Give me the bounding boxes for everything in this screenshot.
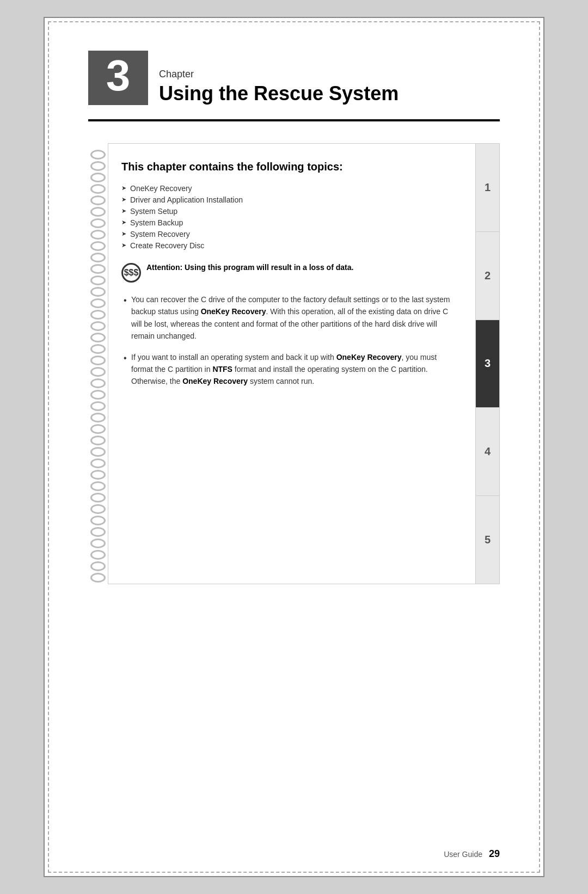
spiral-coil (90, 561, 106, 571)
topic-item: System Setup (121, 207, 460, 216)
spiral-coil (90, 287, 106, 297)
spiral-coil (90, 275, 106, 285)
spiral-coil (90, 573, 106, 583)
spiral-coil (90, 367, 106, 377)
spiral-coil (90, 253, 106, 262)
spiral-coil (90, 207, 106, 217)
footer: User Guide 29 (444, 848, 500, 860)
topics-list: OneKey RecoveryDriver and Application In… (121, 184, 460, 250)
chapter-title: Using the Rescue System (159, 82, 399, 105)
spiral-coil (90, 321, 106, 331)
content-wrapper: This chapter contains the following topi… (88, 143, 500, 584)
chapter-header: 3 Chapter Using the Rescue System (88, 51, 500, 111)
page: 3 Chapter Using the Rescue System This c… (44, 17, 544, 877)
spiral-coil (90, 344, 106, 354)
body-paragraph: If you want to install an operating syst… (121, 351, 460, 388)
tab-item-1[interactable]: 1 (476, 144, 499, 232)
spiral-coil (90, 527, 106, 537)
intro-heading: This chapter contains the following topi… (121, 159, 460, 174)
spiral-coil (90, 150, 106, 160)
spiral-coil (90, 516, 106, 525)
chapter-title-area: Chapter Using the Rescue System (148, 69, 399, 105)
topic-item: System Recovery (121, 230, 460, 238)
spiral-coil (90, 538, 106, 548)
spiral-coil (90, 401, 106, 411)
warning-bold: Attention: Using this program will resul… (146, 263, 353, 272)
spiral-coil (90, 390, 106, 400)
spiral-coil (90, 550, 106, 560)
spiral-coil (90, 218, 106, 228)
spiral-coil (90, 447, 106, 457)
tab-item-4[interactable]: 4 (476, 408, 499, 496)
warning-box: $$$ Attention: Using this program will r… (121, 262, 460, 283)
spiral-coil (90, 264, 106, 274)
spiral-coil (90, 481, 106, 491)
spiral-coil (90, 241, 106, 251)
spiral-coil (90, 356, 106, 365)
warning-icon: $$$ (121, 263, 141, 283)
tab-item-2[interactable]: 2 (476, 232, 499, 320)
footer-text: User Guide 29 (444, 848, 500, 860)
spiral-coil (90, 436, 106, 445)
topic-item: OneKey Recovery (121, 184, 460, 193)
spiral-coil (90, 378, 106, 388)
spiral-coil (90, 161, 106, 171)
spiral-coil (90, 184, 106, 194)
right-tabs: 12345 (476, 143, 500, 584)
topic-item: Create Recovery Disc (121, 241, 460, 250)
footer-page: 29 (489, 848, 500, 860)
body-paragraph: You can recover the C drive of the compu… (121, 293, 460, 342)
spiral-coil (90, 493, 106, 503)
tab-item-5[interactable]: 5 (476, 496, 499, 584)
spiral-coil (90, 424, 106, 434)
spiral-coil (90, 413, 106, 422)
chapter-number: 3 (88, 51, 148, 105)
page-inner: 3 Chapter Using the Rescue System This c… (45, 18, 543, 876)
spiral-coil (90, 173, 106, 182)
topic-item: Driver and Application Installation (121, 195, 460, 204)
paragraphs-container: You can recover the C drive of the compu… (121, 293, 460, 388)
footer-label: User Guide (444, 850, 482, 859)
tab-item-3[interactable]: 3 (476, 320, 499, 408)
chapter-divider (88, 119, 500, 121)
content-box: This chapter contains the following topi… (108, 143, 476, 584)
spiral-coil (90, 470, 106, 480)
spiral-coil (90, 310, 106, 320)
spiral-coil (90, 333, 106, 342)
spiral-binding (88, 143, 108, 584)
warning-text: Attention: Using this program will resul… (146, 262, 353, 273)
spiral-coil (90, 230, 106, 240)
spiral-coil (90, 195, 106, 205)
spiral-coil (90, 504, 106, 514)
spiral-coil (90, 458, 106, 468)
topic-item: System Backup (121, 218, 460, 227)
chapter-label: Chapter (159, 69, 399, 80)
spiral-coil (90, 298, 106, 308)
